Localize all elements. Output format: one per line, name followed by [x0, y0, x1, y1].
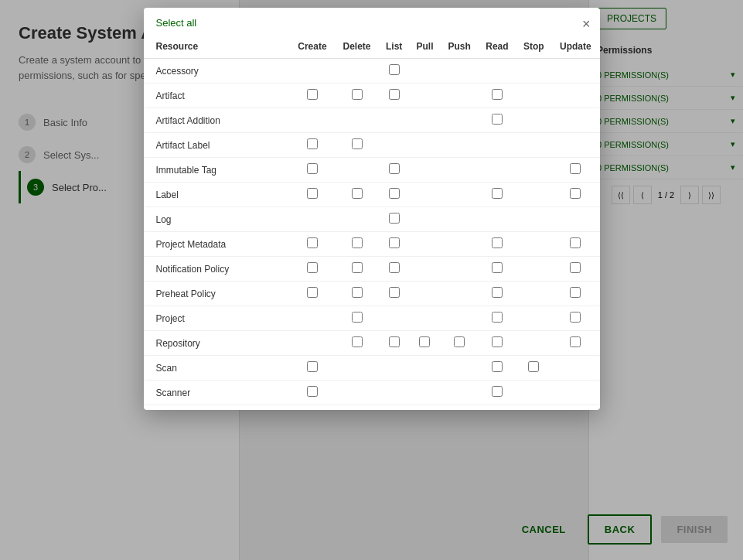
- cell-stop: [516, 381, 551, 405]
- checkbox-create[interactable]: [307, 188, 318, 199]
- cell-push: [441, 108, 479, 133]
- cell-push: [441, 356, 479, 381]
- checkbox-delete[interactable]: [352, 312, 363, 323]
- checkbox-read[interactable]: [492, 188, 503, 199]
- cell-update: [551, 405, 599, 411]
- cell-push: [441, 381, 479, 405]
- cell-list: [379, 282, 409, 306]
- checkbox-create[interactable]: [307, 361, 318, 372]
- cell-create: [290, 183, 335, 207]
- checkbox-update[interactable]: [570, 336, 581, 347]
- cell-read: [479, 282, 516, 306]
- checkbox-update[interactable]: [570, 188, 581, 199]
- checkbox-create[interactable]: [307, 386, 318, 397]
- checkbox-list[interactable]: [389, 163, 400, 174]
- checkbox-list[interactable]: [389, 188, 400, 199]
- cell-read: [479, 405, 516, 411]
- checkbox-delete[interactable]: [352, 138, 363, 149]
- col-stop: Stop: [516, 35, 551, 59]
- checkbox-pull[interactable]: [419, 336, 430, 347]
- checkbox-delete[interactable]: [352, 188, 363, 199]
- cell-read: [479, 331, 516, 356]
- checkbox-read[interactable]: [492, 336, 503, 347]
- checkbox-read[interactable]: [492, 386, 503, 397]
- resource-name: Repository: [144, 331, 290, 356]
- checkbox-update[interactable]: [570, 163, 581, 174]
- checkbox-read[interactable]: [492, 312, 503, 323]
- cell-delete: [335, 232, 379, 257]
- cell-read: [479, 381, 516, 405]
- col-create: Create: [290, 35, 335, 59]
- cell-stop: [516, 282, 551, 306]
- permissions-table-container[interactable]: Resource Create Delete List Pull Push Re…: [144, 35, 600, 410]
- cell-create: [290, 133, 335, 158]
- checkbox-push[interactable]: [454, 336, 465, 347]
- permissions-table: Resource Create Delete List Pull Push Re…: [144, 35, 600, 410]
- checkbox-list[interactable]: [389, 336, 400, 347]
- cell-pull: [409, 232, 440, 257]
- cell-list: [379, 133, 409, 158]
- checkbox-list[interactable]: [389, 89, 400, 100]
- checkbox-list[interactable]: [389, 64, 400, 75]
- resource-name: Accessory: [144, 59, 290, 84]
- cell-stop: [516, 331, 551, 356]
- checkbox-list[interactable]: [389, 262, 400, 273]
- cell-push: [441, 306, 479, 331]
- cell-list: [379, 331, 409, 356]
- cell-pull: [409, 381, 440, 405]
- checkbox-read[interactable]: [492, 287, 503, 298]
- cell-pull: [409, 207, 440, 232]
- cell-read: [479, 356, 516, 381]
- checkbox-update[interactable]: [570, 262, 581, 273]
- checkbox-read[interactable]: [492, 262, 503, 273]
- checkbox-list[interactable]: [389, 237, 400, 248]
- table-row: Project: [144, 306, 600, 331]
- cell-delete: [335, 356, 379, 381]
- checkbox-read[interactable]: [492, 237, 503, 248]
- cell-update: [551, 282, 599, 306]
- resource-name: Scan: [144, 356, 290, 381]
- cell-read: [479, 59, 516, 84]
- resource-name: Notification Policy: [144, 257, 290, 282]
- cell-push: [441, 257, 479, 282]
- checkbox-read[interactable]: [492, 114, 503, 125]
- cell-delete: [335, 405, 379, 411]
- cell-delete: [335, 108, 379, 133]
- cell-update: [551, 59, 599, 84]
- modal-close-button[interactable]: ×: [582, 17, 591, 31]
- checkbox-delete[interactable]: [352, 89, 363, 100]
- checkbox-create[interactable]: [307, 163, 318, 174]
- cell-read: [479, 183, 516, 207]
- checkbox-list[interactable]: [389, 213, 400, 224]
- cell-stop: [516, 306, 551, 331]
- cell-push: [441, 133, 479, 158]
- cell-update: [551, 232, 599, 257]
- cell-read: [479, 232, 516, 257]
- checkbox-create[interactable]: [307, 262, 318, 273]
- checkbox-create[interactable]: [307, 138, 318, 149]
- checkbox-create[interactable]: [307, 237, 318, 248]
- cell-read: [479, 84, 516, 108]
- checkbox-read[interactable]: [492, 361, 503, 372]
- cell-update: [551, 133, 599, 158]
- checkbox-list[interactable]: [389, 287, 400, 298]
- cell-update: [551, 108, 599, 133]
- select-all-link[interactable]: Select all: [144, 8, 600, 35]
- cell-read: [479, 133, 516, 158]
- checkbox-delete[interactable]: [352, 237, 363, 248]
- cell-read: [479, 158, 516, 183]
- table-row: Immutable Tag: [144, 158, 600, 183]
- checkbox-delete[interactable]: [352, 336, 363, 347]
- checkbox-delete[interactable]: [352, 262, 363, 273]
- checkbox-stop[interactable]: [528, 361, 539, 372]
- checkbox-update[interactable]: [570, 287, 581, 298]
- checkbox-read[interactable]: [492, 89, 503, 100]
- cell-read: [479, 306, 516, 331]
- cell-pull: [409, 158, 440, 183]
- checkbox-create[interactable]: [307, 287, 318, 298]
- checkbox-update[interactable]: [570, 312, 581, 323]
- col-pull: Pull: [409, 35, 440, 59]
- checkbox-update[interactable]: [570, 237, 581, 248]
- checkbox-delete[interactable]: [352, 287, 363, 298]
- checkbox-create[interactable]: [307, 89, 318, 100]
